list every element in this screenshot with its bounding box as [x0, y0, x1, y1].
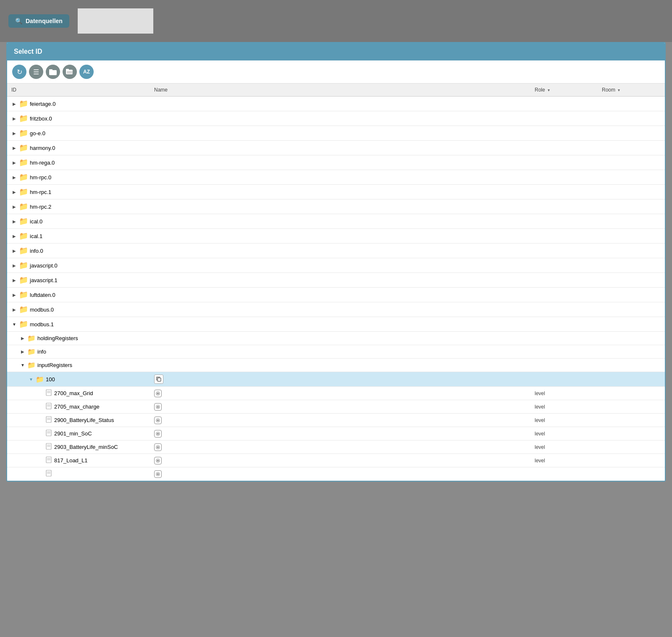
row-room [598, 126, 665, 141]
expand-arrow[interactable]: ▶ [11, 219, 17, 224]
folder-icon: 📁 [19, 99, 28, 108]
row-room [598, 97, 665, 111]
folder-icon: 📁 [19, 246, 28, 255]
folder-button[interactable] [46, 65, 60, 79]
expand-arrow[interactable]: ▼ [20, 363, 26, 367]
row-name [150, 372, 530, 387]
row-name [150, 244, 530, 258]
table-row[interactable]: ▶ 📁 fritzbox.0 [7, 111, 665, 126]
copy-button[interactable] [154, 375, 163, 384]
refresh-button[interactable]: ↻ [12, 65, 26, 79]
panel-title: Select ID [14, 48, 42, 55]
row-name [150, 141, 530, 155]
table-row[interactable]: ▼ 📁 inputRegisters [7, 359, 665, 372]
datenquellen-button[interactable]: 🔍 Datenquellen [8, 14, 69, 28]
expand-arrow[interactable]: ▶ [11, 249, 17, 253]
table-row[interactable]: ▶ 📁 feiertage.0 [7, 97, 665, 111]
row-id-text: go-e.0 [30, 130, 45, 136]
row-role [530, 359, 598, 372]
az-button[interactable]: AZ [79, 65, 94, 79]
row-role: level [530, 400, 598, 414]
folder-icon: 📁 [19, 217, 28, 226]
row-room [598, 345, 665, 359]
svg-rect-3 [66, 69, 69, 71]
row-role [530, 345, 598, 359]
table-row[interactable]: ▶ 📁 javascript.0 [7, 258, 665, 273]
row-room [598, 141, 665, 155]
table-row[interactable]: ▶ 📁 info.0 [7, 244, 665, 258]
row-id-text: 2903_BatteryLife_minSoC [54, 444, 118, 450]
expand-arrow[interactable]: ▶ [11, 175, 17, 180]
row-role [530, 317, 598, 332]
table-row[interactable]: ▶ 📁 hm-rpc.1 [7, 185, 665, 199]
folder-icon: 📁 [19, 114, 28, 123]
table-row[interactable]: ▶ 817_Load_L1 [7, 454, 665, 467]
table-row[interactable]: ▶ 2900_BatteryLife_Status [7, 414, 665, 427]
svg-point-36 [158, 460, 159, 461]
table-row[interactable]: ▼ 📁 modbus.1 [7, 317, 665, 332]
row-room [598, 414, 665, 427]
toolbar: ↻ ☰ AZ [7, 60, 665, 84]
role-chevron-icon: ▾ [548, 88, 550, 92]
table-row[interactable]: ▶ 📁 luftdaten.0 [7, 288, 665, 302]
table-row[interactable]: ▶ 📁 holdingRegisters [7, 332, 665, 345]
row-name [150, 97, 530, 111]
table-row[interactable]: ▶ 📁 hm-rega.0 [7, 155, 665, 170]
row-room [598, 400, 665, 414]
expand-arrow[interactable]: ▶ [20, 336, 26, 341]
expand-arrow[interactable]: ▶ [11, 160, 17, 165]
expand-arrow[interactable]: ▶ [11, 234, 17, 239]
expand-arrow[interactable]: ▶ [11, 307, 17, 312]
table-row[interactable]: ▶ 📁 ical.1 [7, 229, 665, 244]
table-row[interactable]: ▶ 📁 hm-rpc.2 [7, 199, 665, 214]
table-row[interactable]: ▶ 📁 go-e.0 [7, 126, 665, 141]
expand-arrow[interactable]: ▶ [11, 146, 17, 150]
white-box [78, 8, 153, 34]
row-id-text: ical.0 [30, 218, 42, 225]
row-role [530, 467, 598, 481]
expand-arrow[interactable]: ▶ [11, 131, 17, 136]
table-row[interactable]: ▶ 📁 javascript.1 [7, 273, 665, 288]
row-id-text: javascript.1 [30, 277, 58, 283]
table-row[interactable]: ▶ 📁 ical.0 [7, 214, 665, 229]
expand-arrow[interactable]: ▶ [11, 102, 17, 106]
select-id-panel: Select ID ↻ ☰ AZ [6, 42, 666, 482]
table-row[interactable]: ▶ 2705_max_charge [7, 400, 665, 414]
expand-arrow[interactable]: ▼ [11, 322, 17, 327]
table-row[interactable]: ▶ [7, 467, 665, 481]
row-name [150, 229, 530, 244]
row-role [530, 229, 598, 244]
file-icon [46, 430, 52, 438]
file-icon [46, 389, 52, 397]
row-name [150, 345, 530, 359]
expand-arrow[interactable]: ▶ [20, 349, 26, 354]
folder2-button[interactable] [63, 65, 77, 79]
expand-arrow[interactable]: ▶ [11, 293, 17, 297]
col-role[interactable]: Role ▾ [530, 84, 598, 97]
svg-rect-1 [49, 69, 52, 71]
table-row[interactable]: ▶ 2901_min_SoC [7, 427, 665, 440]
list-button[interactable]: ☰ [29, 65, 43, 79]
table-row-selected[interactable]: ▼ 📁 100 [7, 372, 665, 387]
expand-arrow[interactable]: ▶ [11, 263, 17, 268]
row-role: level [530, 427, 598, 440]
table-row[interactable]: ▶ 2700_max_Grid [7, 387, 665, 400]
row-name [150, 170, 530, 185]
table-row[interactable]: ▶ 📁 info [7, 345, 665, 359]
col-room[interactable]: Room ▾ [598, 84, 665, 97]
expand-arrow[interactable]: ▶ [11, 190, 17, 194]
expand-arrow[interactable]: ▼ [28, 377, 34, 382]
svg-point-26 [158, 433, 159, 434]
expand-arrow[interactable]: ▶ [11, 116, 17, 121]
expand-arrow[interactable]: ▶ [11, 278, 17, 283]
expand-arrow[interactable]: ▶ [11, 204, 17, 209]
table-row[interactable]: ▶ 📁 modbus.0 [7, 302, 665, 317]
row-role [530, 126, 598, 141]
table-row[interactable]: ▶ 📁 hm-rpc.0 [7, 170, 665, 185]
svg-rect-4 [67, 71, 73, 72]
table-row[interactable]: ▶ 2903_BatteryLife_minSoC [7, 440, 665, 454]
table-row[interactable]: ▶ 📁 harmony.0 [7, 141, 665, 155]
row-role [530, 141, 598, 155]
row-room [598, 111, 665, 126]
svg-point-41 [158, 473, 159, 474]
